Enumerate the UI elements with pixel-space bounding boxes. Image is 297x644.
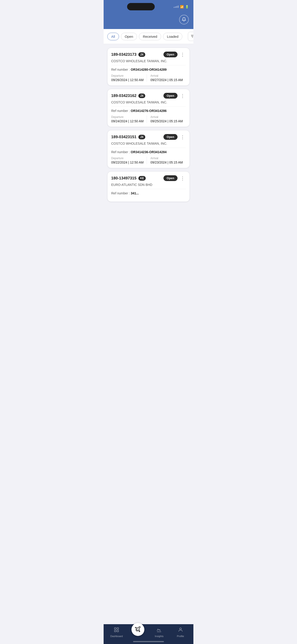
card-header: 189-03423151 JX Open ⋮	[111, 134, 186, 140]
filter-pills: All Open Received Loaded	[107, 33, 182, 40]
filter-bar: All Open Received Loaded	[104, 29, 194, 44]
sort-filter-button[interactable]	[188, 32, 194, 41]
card-company: EURO-ATLANTIC SDN BHD	[111, 183, 186, 186]
card-ref: Ref number : OR3414280-OR3414289	[111, 68, 186, 72]
arrival-block: Arrival 09/25/2024 | 05:15 AM	[147, 116, 186, 123]
filter-open[interactable]: Open	[121, 33, 137, 40]
card-company: COSTCO WHOLESALE TAIWAN, INC.	[111, 100, 186, 104]
card-divider	[111, 189, 186, 189]
carrier-badge: JX	[138, 135, 146, 139]
departure-label: Departure	[111, 74, 147, 78]
arrival-label: Arrival	[150, 156, 186, 160]
bell-icon	[182, 17, 186, 22]
arrival-label: Arrival	[150, 74, 186, 78]
notifications-button[interactable]	[179, 15, 189, 24]
more-options-button[interactable]: ⋮	[179, 134, 186, 140]
svg-point-4	[192, 36, 192, 36]
svg-point-3	[192, 37, 193, 37]
arrival-value: 09/27/2024 | 05:15 AM	[150, 78, 186, 82]
departure-block: Departure 09/22/2024 | 12:50 AM	[111, 156, 147, 164]
sort-icon	[190, 34, 194, 39]
more-options-button[interactable]: ⋮	[179, 176, 186, 181]
status-badge: Open	[164, 134, 178, 140]
status-icons: 📶 🔋	[174, 5, 189, 8]
departure-label: Departure	[111, 156, 147, 160]
filter-received[interactable]: Received	[139, 33, 161, 40]
wifi-icon: 📶	[180, 5, 184, 8]
card-times: Departure 09/26/2024 | 12:50 AM Arrival …	[111, 74, 186, 82]
status-badge: Open	[164, 175, 178, 181]
arrival-value: 09/25/2024 | 05:15 AM	[150, 119, 186, 123]
departure-value: 09/24/2024 | 12:50 AM	[111, 119, 147, 123]
departure-label: Departure	[111, 116, 147, 118]
card-0[interactable]: 189-03423173 JX Open ⋮ COSTCO WHOLESALE …	[107, 48, 190, 86]
departure-block: Departure 09/26/2024 | 12:50 AM	[111, 74, 147, 82]
card-header: 189-03423173 JX Open ⋮	[111, 52, 186, 57]
status-bar: 📶 🔋	[104, 0, 194, 12]
more-options-button[interactable]: ⋮	[179, 93, 186, 98]
signal-icon	[174, 6, 179, 8]
header	[104, 12, 194, 29]
status-badge: Open	[164, 93, 178, 98]
status-badge: Open	[164, 52, 178, 57]
notch	[127, 3, 155, 10]
carrier-badge: JX	[138, 52, 146, 57]
carrier-badge: JX	[138, 94, 146, 98]
card-times: Departure 09/22/2024 | 12:50 AM Arrival …	[111, 156, 186, 164]
card-company: COSTCO WHOLESALE TAIWAN, INC.	[111, 59, 186, 63]
card-header: 180-13497315 KE Open ⋮	[111, 175, 186, 181]
departure-value: 09/22/2024 | 12:50 AM	[111, 160, 147, 164]
card-id: 189-03423173	[111, 52, 136, 57]
card-times: Departure 09/24/2024 | 12:50 AM Arrival …	[111, 116, 186, 123]
card-id: 180-13497315	[111, 176, 136, 180]
card-1[interactable]: 189-03423162 JX Open ⋮ COSTCO WHOLESALE …	[107, 89, 190, 127]
card-header: 189-03423162 JX Open ⋮	[111, 93, 186, 98]
arrival-block: Arrival 09/23/2024 | 05:15 AM	[147, 156, 186, 164]
filter-loaded[interactable]: Loaded	[163, 33, 182, 40]
card-divider	[111, 65, 186, 66]
departure-value: 09/26/2024 | 12:50 AM	[111, 78, 147, 82]
more-options-button[interactable]: ⋮	[179, 52, 186, 57]
card-id: 189-03423162	[111, 94, 136, 98]
carrier-badge: KE	[138, 176, 146, 180]
filter-all[interactable]: All	[107, 33, 119, 40]
card-ref: Ref number : OR3414236-OR3414284	[111, 150, 186, 154]
card-list: 189-03423173 JX Open ⋮ COSTCO WHOLESALE …	[104, 44, 194, 252]
card-2[interactable]: 189-03423151 JX Open ⋮ COSTCO WHOLESALE …	[107, 130, 190, 168]
card-ref: Ref number : 341...	[111, 192, 186, 195]
arrival-block: Arrival 09/27/2024 | 05:15 AM	[147, 74, 186, 82]
card-id: 189-03423151	[111, 135, 136, 139]
card-3[interactable]: 180-13497315 KE Open ⋮ EURO-ATLANTIC SDN…	[107, 171, 190, 202]
arrival-value: 09/23/2024 | 05:15 AM	[150, 160, 186, 164]
card-divider	[111, 106, 186, 107]
arrival-label: Arrival	[150, 116, 186, 118]
card-company: COSTCO WHOLESALE TAIWAN, INC.	[111, 142, 186, 145]
card-ref: Ref number : OR3414276-OR3414286	[111, 109, 186, 113]
battery-icon: 🔋	[185, 5, 189, 8]
departure-block: Departure 09/24/2024 | 12:50 AM	[111, 116, 147, 123]
